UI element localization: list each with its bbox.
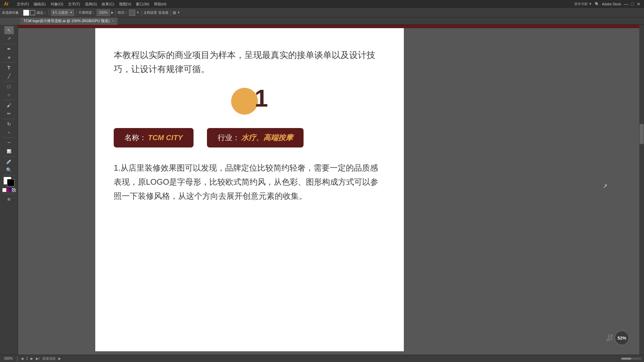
stroke-color-box[interactable]: [30, 10, 35, 15]
type-tool[interactable]: T: [4, 64, 14, 72]
scrollbar-thumb[interactable]: [640, 124, 644, 144]
tool-divider-6: [3, 137, 15, 138]
shape-tool[interactable]: □: [4, 82, 14, 90]
body-text: 1.从店里装修效果图可以发现，品牌定位比较简约轻奢，需要一定的品质感表现，原LO…: [114, 161, 385, 203]
tag-name-value: TCM CITY: [148, 133, 183, 142]
y-coord: -377: [606, 338, 612, 342]
warp-tool[interactable]: 〜: [4, 139, 14, 147]
tool-divider-7: [3, 156, 15, 157]
pencil-tool[interactable]: ✏: [4, 110, 14, 118]
toolbar-divider-1: [21, 10, 21, 15]
eyedropper-tool[interactable]: 💉: [4, 158, 14, 166]
doc-setup-btn[interactable]: 文档设置: [144, 10, 157, 15]
shape-label: 5 点圆形: [55, 10, 68, 15]
shape-selector[interactable]: $ 5 点圆形 ▼: [51, 9, 74, 16]
shape-label-prefix: $: [53, 11, 55, 14]
style-arrow[interactable]: ▼: [137, 11, 139, 14]
tool-divider-2: [3, 62, 15, 63]
canvas-area[interactable]: 本教程以实际的商业项目为样本，呈现最真实的接单谈单以及设计技巧，让设计有规律可循…: [18, 25, 639, 355]
artboard-tool[interactable]: ⊞: [4, 195, 14, 203]
style-box[interactable]: [129, 10, 135, 16]
color-swatch[interactable]: [4, 177, 14, 186]
coords-display: 1.9 -377: [606, 334, 612, 342]
toolbar-divider-4: [115, 10, 116, 15]
toolbar-divider-2: [49, 10, 49, 15]
shape-dropdown-icon: ▼: [70, 11, 72, 14]
tool-divider-1: [3, 44, 15, 44]
tab-bar: TCM logo设计推导流程.ai @ 150% (RGB/GPU 预览) ×: [20, 17, 644, 25]
menu-window[interactable]: 窗口(W): [134, 1, 151, 7]
menu-object[interactable]: 对象(O): [49, 1, 65, 7]
tag-industry-label: 行业：: [218, 133, 240, 143]
nav-prev-btn[interactable]: ◀: [21, 357, 23, 360]
stroke-color-group[interactable]: [23, 10, 35, 16]
menu-text[interactable]: 文字(T): [66, 1, 82, 7]
maximize-btn[interactable]: □: [631, 1, 634, 7]
artboard-icon: ⊞: [7, 197, 10, 201]
search-icon[interactable]: 🔍: [595, 2, 599, 6]
zoom-level[interactable]: 150%: [3, 357, 14, 360]
opacity-arrow[interactable]: ▶: [111, 11, 113, 14]
tab-close-btn[interactable]: ×: [112, 19, 114, 23]
graph-tool[interactable]: 📊: [4, 147, 14, 155]
menu-view[interactable]: 视图(V): [117, 1, 133, 7]
right-scrollbar[interactable]: [639, 25, 644, 355]
menu-file[interactable]: 文件(F): [15, 1, 31, 7]
zoom-circle[interactable]: 52%: [614, 330, 629, 345]
anchor-tool[interactable]: ⊕: [4, 53, 14, 61]
toolbar-divider-6: [170, 10, 171, 15]
fill-color-box[interactable]: [23, 10, 29, 16]
adobe-stock-link[interactable]: Adobe Stock: [602, 2, 621, 6]
stroke-label: 描边：: [37, 10, 47, 15]
selection-tool-label: 未选择对象: [2, 10, 19, 15]
pencil-icon: ✏: [7, 111, 11, 116]
active-tab[interactable]: TCM logo设计推导流程.ai @ 150% (RGB/GPU 预览) ×: [20, 17, 117, 25]
number-badge-container: 1: [114, 86, 385, 116]
paintbrush-tool[interactable]: 🖌: [4, 101, 14, 109]
pattern-swatch[interactable]: [12, 188, 16, 192]
align-icon[interactable]: ⊞: [173, 10, 176, 15]
nav-end-btn[interactable]: ▶|: [36, 357, 40, 360]
white-swatch[interactable]: [2, 188, 6, 192]
tool-divider-9: [3, 194, 15, 194]
preferences-btn[interactable]: 首选项: [158, 10, 168, 15]
opacity-input[interactable]: [97, 9, 110, 16]
pen-tool[interactable]: ✒: [4, 45, 14, 53]
close-btn[interactable]: ✕: [637, 1, 641, 7]
menu-effect[interactable]: 效果(C): [100, 1, 116, 7]
ellipse-icon: ○: [7, 92, 10, 98]
selection-tool[interactable]: ↖: [4, 26, 14, 34]
scrollbar-track[interactable]: [639, 25, 644, 355]
zoom-icon: 🔍: [6, 167, 12, 173]
zoom-tool[interactable]: 🔍: [4, 166, 14, 174]
stroke-swatch[interactable]: [7, 179, 14, 186]
play-btn[interactable]: ▶: [58, 357, 61, 360]
progress-track[interactable]: [621, 358, 641, 360]
style-label: 样式：: [118, 10, 128, 15]
align-arrow[interactable]: ▼: [177, 11, 180, 14]
document-content: 本教程以实际的商业项目为样本，呈现最真实的接单谈单以及设计技巧，让设计有规律可循…: [95, 28, 404, 217]
page-num: 1: [26, 357, 28, 360]
tag-industry-value: 水疗、高端按摩: [241, 133, 293, 143]
line-tool[interactable]: ╱: [4, 72, 14, 80]
transform-tool[interactable]: ⤡: [4, 128, 14, 136]
toolbar-divider-3: [76, 10, 76, 15]
bottom-bar: 150% | ◀ 1 ▶ ▶| 直接流程 ▶: [0, 355, 644, 362]
menu-select[interactable]: 选择(S): [83, 1, 99, 7]
tool-divider-5: [3, 119, 15, 119]
type-icon: T: [7, 65, 10, 70]
ai-logo-text: Ai: [4, 1, 8, 7]
minimize-btn[interactable]: —: [624, 1, 629, 7]
ellipse-tool[interactable]: ○: [4, 91, 14, 99]
x-coord: 1.9: [606, 334, 612, 338]
menu-help[interactable]: 帮助(H): [152, 1, 168, 7]
nav-next-btn[interactable]: ▶: [31, 357, 33, 360]
rotate-tool[interactable]: ↻: [4, 120, 14, 128]
gradient-swatch[interactable]: [7, 188, 11, 192]
rect-icon: □: [7, 84, 10, 89]
direct-selection-tool[interactable]: ↗: [4, 35, 14, 43]
menu-edit[interactable]: 编辑(E): [32, 1, 48, 7]
swatch-extras: [2, 188, 16, 192]
graph-icon: 📊: [7, 149, 11, 154]
anchor-icon: ⊕: [8, 56, 10, 59]
